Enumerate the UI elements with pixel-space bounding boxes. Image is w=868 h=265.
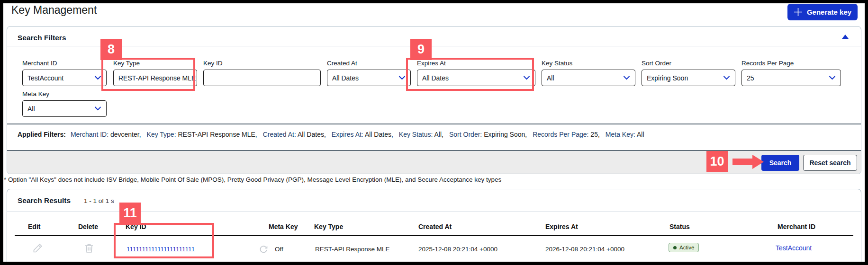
applied-filter-value: All Dates,	[298, 131, 326, 138]
renew-key-button[interactable]	[257, 243, 270, 256]
annotation-step-9: 9	[410, 39, 432, 60]
annotation-step-8: 8	[100, 39, 122, 60]
sort-order-field: Sort Order Expiring Soon	[642, 60, 735, 86]
annotation-step-11: 11	[119, 203, 141, 224]
plus-icon	[794, 8, 803, 17]
key-status-select[interactable]: All	[542, 70, 635, 86]
all-keys-footnote: * Option "All Keys" does not include ISV…	[4, 176, 501, 183]
results-count: 1 - 1 of 1 s	[84, 197, 114, 204]
chevron-down-icon	[829, 76, 836, 80]
records-per-page-select[interactable]: 25	[741, 70, 841, 86]
generate-key-label: Generate key	[807, 8, 851, 16]
delete-button[interactable]	[83, 242, 95, 255]
pencil-icon	[32, 242, 44, 254]
sort-order-value: Expiring Soon	[647, 74, 688, 82]
col-header-meta-key: Meta Key	[269, 223, 298, 230]
status-dot-icon	[673, 246, 677, 249]
cell-expires-at: 2026-12-08 20:21:04 +0000	[545, 246, 624, 253]
cell-key-type: REST-API Response MLE	[315, 246, 390, 253]
applied-filter-name: Key Type:	[147, 131, 178, 138]
key-id-field: Key ID	[203, 60, 321, 86]
chevron-down-icon	[94, 76, 101, 80]
page-title: Key Management	[11, 4, 97, 17]
col-header-edit: Edit	[28, 223, 40, 230]
chevron-down-icon	[623, 76, 630, 80]
applied-filter-name: Key Status:	[399, 131, 434, 138]
col-header-merchant-id: Merchant ID	[778, 223, 815, 230]
applied-filter-value: REST-API Response MLE,	[178, 131, 257, 138]
cell-created-at: 2025-12-08 20:21:04 +0000	[418, 246, 497, 253]
key-status-field: Key Status All	[542, 60, 635, 86]
key-id-label: Key ID	[203, 60, 321, 67]
applied-filter-value: Expiring Soon,	[484, 131, 527, 138]
refresh-icon	[259, 244, 268, 254]
status-badge: Active	[669, 243, 699, 252]
key-status-value: All	[547, 74, 554, 82]
records-per-page-field: Records Per Page 25	[741, 60, 841, 86]
sort-order-label: Sort Order	[642, 60, 735, 67]
chevron-down-icon	[723, 76, 730, 80]
meta-key-value: All	[27, 105, 35, 113]
status-badge-label: Active	[679, 245, 694, 250]
annotation-box-key-id	[114, 223, 214, 258]
applied-filter-value: All,	[434, 131, 443, 138]
created-at-label: Created At	[327, 60, 411, 67]
meta-key-label: Meta Key	[22, 90, 107, 97]
applied-filter-value: devcenter,	[110, 131, 141, 138]
key-management-screen: Key Management Generate key Search Filte…	[0, 0, 868, 265]
col-header-key-type: Key Type	[314, 223, 343, 230]
reset-search-button[interactable]: Reset search	[803, 155, 857, 171]
annotation-box-expires-at	[406, 58, 534, 91]
search-filters-panel: Search Filters Merchant ID TestAccount K…	[7, 26, 861, 174]
applied-filter-name: Meta Key:	[606, 131, 637, 138]
annotation-arrow-icon	[732, 159, 752, 165]
search-button[interactable]: Search	[761, 155, 799, 171]
applied-filter-value: All	[637, 131, 644, 138]
col-header-delete: Delete	[78, 223, 98, 230]
applied-filter-name: Created At:	[263, 131, 298, 138]
edit-button[interactable]	[32, 242, 44, 255]
generate-key-button[interactable]: Generate key	[787, 4, 858, 20]
col-header-status: Status	[669, 223, 690, 230]
annotation-step-10: 10	[706, 151, 728, 172]
key-id-input[interactable]	[203, 70, 321, 86]
applied-filter-name: Merchant ID:	[71, 131, 110, 138]
applied-filter-name: Sort Order:	[449, 131, 484, 138]
merchant-id-field: Merchant ID TestAccount	[22, 60, 107, 86]
created-at-select[interactable]: All Dates	[327, 70, 411, 86]
applied-filter-name: Records Per Page:	[533, 131, 590, 138]
applied-filter-value: 25,	[590, 131, 599, 138]
col-header-created-at: Created At	[418, 223, 452, 230]
applied-filters-line: Applied Filters:Merchant ID: devcenter,K…	[18, 131, 851, 138]
applied-filter-value: All Dates,	[365, 131, 393, 138]
meta-key-field: Meta Key All	[22, 90, 107, 117]
divider	[7, 46, 861, 46]
annotation-box-key-type	[101, 58, 195, 91]
meta-key-select[interactable]: All	[22, 100, 107, 117]
results-panel-title: Search Results	[18, 196, 71, 205]
merchant-id-label: Merchant ID	[22, 60, 107, 67]
key-status-label: Key Status	[542, 60, 635, 67]
created-at-value: All Dates	[332, 74, 359, 82]
col-header-expires-at: Expires At	[545, 223, 578, 230]
records-per-page-value: 25	[747, 74, 754, 82]
applied-filter-name: Expires At:	[332, 131, 365, 138]
created-at-field: Created At All Dates	[327, 60, 411, 86]
applied-filters-label: Applied Filters:	[18, 131, 66, 138]
chevron-down-icon	[398, 76, 406, 80]
divider	[7, 124, 861, 124]
collapse-caret-icon[interactable]	[842, 35, 849, 39]
records-per-page-label: Records Per Page	[741, 60, 841, 67]
merchant-id-select[interactable]: TestAccount	[22, 70, 107, 86]
merchant-id-link[interactable]: TestAccount	[776, 244, 812, 252]
chevron-down-icon	[94, 106, 101, 111]
annotation-arrow-head-icon	[752, 155, 764, 169]
trash-icon	[83, 242, 95, 254]
merchant-id-value: TestAccount	[27, 74, 63, 82]
sort-order-select[interactable]: Expiring Soon	[642, 70, 735, 86]
filters-panel-title: Search Filters	[18, 34, 66, 42]
cell-meta-key: Off	[275, 246, 283, 253]
